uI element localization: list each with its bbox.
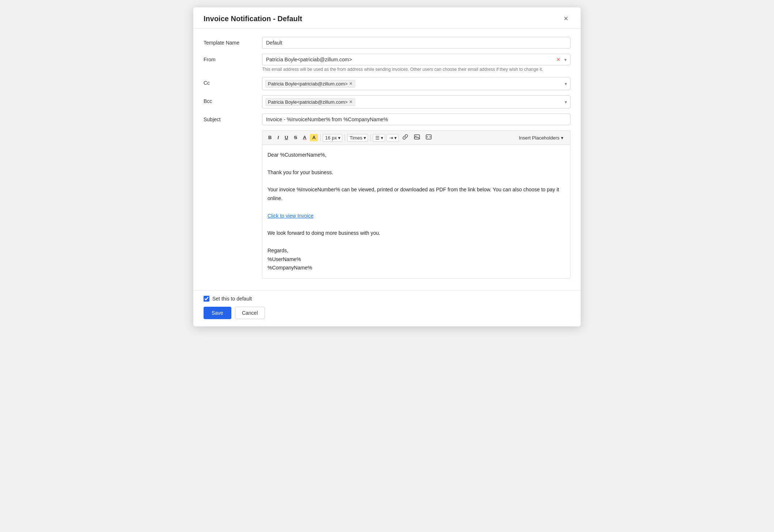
editor-line-1: Dear %CustomerName%, [268, 151, 565, 160]
toolbar-divider-3 [370, 134, 371, 141]
image-button[interactable] [412, 133, 422, 142]
link-icon [402, 134, 408, 140]
cancel-button[interactable]: Cancel [235, 307, 265, 319]
from-field-container: ✕ ▾ [262, 54, 570, 65]
editor-line-4: We look forward to doing more business w… [268, 229, 565, 238]
cc-chevron-button[interactable]: ▾ [565, 81, 567, 87]
modal-body: Template Name From ✕ ▾ This email addres… [193, 29, 581, 290]
bcc-wrap: Patricia Boyle<patriciab@zillum.com> ✕ ▾ [262, 95, 570, 108]
set-default-label[interactable]: Set this to default [212, 296, 252, 302]
subject-label: Subject [204, 114, 262, 122]
underline-button[interactable]: U [282, 134, 290, 142]
from-input[interactable] [262, 54, 570, 65]
from-wrap: ✕ ▾ This email address will be used as t… [262, 54, 570, 72]
footer-buttons: Save Cancel [204, 307, 570, 319]
toolbar-divider-2 [345, 134, 345, 141]
font-family-chevron: ▾ [364, 135, 366, 141]
editor-line-5: Regards, [268, 246, 565, 255]
modal-title: Invoice Notification - Default [204, 15, 302, 23]
default-checkbox-row: Set this to default [204, 296, 570, 302]
modal-header: Invoice Notification - Default × [193, 7, 581, 29]
bcc-tag-remove[interactable]: ✕ [349, 100, 353, 104]
font-size-value: 16 px [325, 135, 337, 141]
cc-tag-remove[interactable]: ✕ [349, 81, 353, 86]
from-row: From ✕ ▾ This email address will be used… [204, 54, 570, 72]
indent-icon: ⇥ [389, 135, 393, 141]
font-size-chevron: ▾ [338, 135, 341, 141]
editor-line-3: Your invoice %InvoiceNumber% can be view… [268, 185, 565, 203]
template-name-label: Template Name [204, 37, 262, 46]
image-icon [414, 134, 420, 140]
font-color-button[interactable]: A [301, 134, 308, 142]
save-button[interactable]: Save [204, 307, 231, 319]
font-bg-button[interactable]: A [310, 134, 318, 141]
editor-wrap: B I U S A A 16 px ▾ Times ▾ [262, 130, 570, 279]
indent-button[interactable]: ⇥ ▾ [387, 134, 399, 142]
template-name-wrap [262, 37, 570, 49]
subject-input[interactable] [262, 114, 570, 125]
bold-button[interactable]: B [266, 134, 274, 142]
indent-chevron: ▾ [394, 135, 397, 141]
strikethrough-button[interactable]: S [292, 134, 299, 142]
embed-button[interactable] [424, 133, 434, 142]
font-size-select[interactable]: 16 px ▾ [323, 134, 342, 142]
cc-row: Cc Patricia Boyle<patriciab@zillum.com> … [204, 77, 570, 90]
close-button[interactable]: × [561, 14, 570, 23]
cc-tag: Patricia Boyle<patriciab@zillum.com> ✕ [265, 80, 355, 88]
template-name-input[interactable] [262, 37, 570, 49]
click-to-view-invoice-link[interactable]: Click to view Invoice [268, 213, 314, 219]
toolbar-divider-1 [320, 134, 320, 141]
editor-toolbar: B I U S A A 16 px ▾ Times ▾ [262, 130, 570, 145]
editor-line-7: %CompanyName% [268, 264, 565, 272]
editor-line-6: %UserName% [268, 255, 565, 264]
insert-placeholders-label: Insert Placeholders [519, 135, 559, 141]
font-family-value: Times [350, 135, 363, 141]
insert-placeholders-button[interactable]: Insert Placeholders ▾ [516, 134, 566, 142]
font-family-select[interactable]: Times ▾ [347, 134, 368, 142]
bcc-tag-text: Patricia Boyle<patriciab@zillum.com> [268, 99, 348, 105]
link-button[interactable] [400, 133, 410, 142]
insert-placeholders-chevron: ▾ [561, 135, 564, 141]
subject-wrap [262, 114, 570, 125]
bcc-tag: Patricia Boyle<patriciab@zillum.com> ✕ [265, 98, 355, 106]
modal-footer: Set this to default Save Cancel [193, 290, 581, 326]
template-name-row: Template Name [204, 37, 570, 49]
set-default-checkbox[interactable] [204, 296, 209, 302]
bcc-chevron-button[interactable]: ▾ [565, 99, 567, 105]
editor-line-2: Thank you for your business. [268, 168, 565, 177]
cc-tag-text: Patricia Boyle<patriciab@zillum.com> [268, 81, 348, 87]
subject-row: Subject [204, 114, 570, 125]
from-label: From [204, 54, 262, 62]
editor-row: B I U S A A 16 px ▾ Times ▾ [204, 130, 570, 279]
embed-icon [426, 134, 432, 140]
bcc-label: Bcc [204, 95, 262, 104]
cc-tag-select[interactable]: Patricia Boyle<patriciab@zillum.com> ✕ ▾ [262, 77, 570, 90]
from-clear-button[interactable]: ✕ [555, 57, 561, 62]
bcc-tag-select[interactable]: Patricia Boyle<patriciab@zillum.com> ✕ ▾ [262, 95, 570, 108]
cc-wrap: Patricia Boyle<patriciab@zillum.com> ✕ ▾ [262, 77, 570, 90]
cc-label: Cc [204, 77, 262, 86]
from-chevron-button[interactable]: ▾ [564, 57, 568, 62]
from-hint-text: This email address will be used as the f… [262, 67, 570, 72]
from-field-icons: ✕ ▾ [555, 57, 568, 62]
list-chevron: ▾ [381, 135, 383, 141]
list-icon: ☰ [375, 135, 380, 141]
bcc-row: Bcc Patricia Boyle<patriciab@zillum.com>… [204, 95, 570, 108]
invoice-notification-modal: Invoice Notification - Default × Templat… [193, 7, 581, 326]
list-button[interactable]: ☰ ▾ [373, 134, 385, 142]
editor-label [204, 130, 262, 133]
editor-content[interactable]: Dear %CustomerName%, Thank you for your … [262, 145, 570, 279]
italic-button[interactable]: I [275, 134, 281, 142]
